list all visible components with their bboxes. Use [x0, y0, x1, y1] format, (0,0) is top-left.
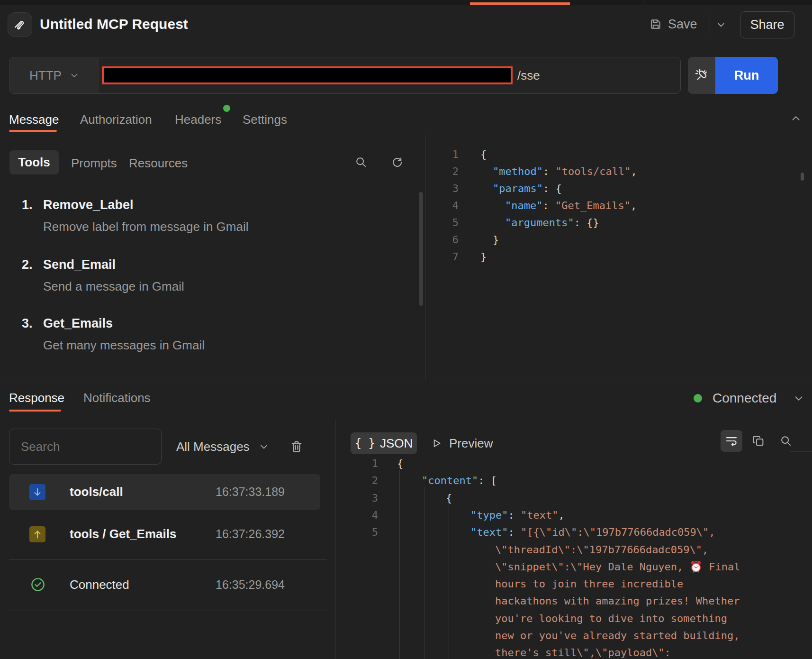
indent-guide: [424, 487, 424, 659]
save-label: Save: [668, 17, 697, 32]
tab-message-underline: [9, 130, 57, 132]
code-line: there's still\",\"payload\":: [0, 644, 812, 659]
active-tab-indicator: [470, 2, 570, 5]
tab-authorization[interactable]: Authorization: [80, 112, 152, 127]
disconnect-button[interactable]: [688, 57, 715, 94]
play-icon: [430, 437, 442, 449]
indent-guide: [399, 470, 400, 659]
code-line: 6}: [0, 231, 812, 248]
run-label: Run: [734, 68, 759, 83]
code-line: new or you've already started building,: [0, 627, 812, 644]
save-button[interactable]: Save: [649, 12, 697, 36]
section-divider: [0, 381, 812, 381]
code-line: 4"name": "Get_Emails",: [0, 197, 812, 214]
top-tab-strip: [0, 0, 812, 5]
method-selector[interactable]: HTTP: [10, 58, 99, 93]
code-line: 5"arguments": {}: [0, 214, 812, 231]
indent-guide: [449, 504, 449, 659]
braces-icon: { }: [355, 437, 375, 450]
word-wrap-icon: [724, 434, 739, 448]
preview-label: Preview: [449, 436, 493, 451]
tab-headers[interactable]: Headers: [175, 112, 221, 127]
chevron-down-icon: [793, 392, 805, 404]
app-window: Untitled MCP Request Save Share HTTP /ss…: [0, 0, 812, 659]
method-label: HTTP: [29, 68, 62, 83]
trash-icon: [289, 439, 304, 454]
viewer-scrollbar-track[interactable]: [790, 451, 790, 659]
chevron-down-icon: [715, 19, 727, 30]
clear-messages-button[interactable]: [287, 437, 306, 456]
json-view-button[interactable]: { } JSON: [351, 432, 417, 454]
chevron-down-icon: [258, 441, 270, 452]
tab-message[interactable]: Message: [9, 112, 59, 127]
code-line: \"snippet\":\"Hey Dale Nguyen, ⏰ Final: [0, 558, 812, 576]
collapse-section-button[interactable]: [787, 110, 804, 127]
preview-button[interactable]: Preview: [430, 432, 493, 454]
copy-button[interactable]: [748, 430, 769, 452]
code-line: 1{: [0, 455, 812, 472]
tab-settings[interactable]: Settings: [243, 112, 287, 127]
code-line: 1{: [0, 146, 812, 163]
search-icon: [779, 434, 793, 448]
code-line: hackathons with amazing prizes! Whether: [0, 593, 812, 610]
tab-strip-divider: [643, 0, 643, 5]
code-line: 3{: [0, 490, 812, 507]
mcp-logo-icon: [13, 18, 27, 32]
copy-icon: [751, 434, 766, 448]
chevron-up-icon: [790, 112, 802, 125]
code-line: you're looking to dive into something: [0, 610, 812, 627]
json-view-label: JSON: [380, 436, 413, 451]
tab-notifications[interactable]: Notifications: [83, 391, 151, 405]
save-divider: [710, 14, 710, 34]
viewer-scrollbar-track-top: [790, 451, 812, 452]
headers-status-dot: [223, 105, 230, 112]
filter-label: All Messages: [176, 439, 250, 454]
page-title[interactable]: Untitled MCP Request: [40, 12, 188, 36]
code-line: 4"type": "text",: [0, 507, 812, 524]
code-line: 2"content": [: [0, 472, 812, 489]
code-line: 5"text": "[{\"id\":\"197b77666dadc059\",: [0, 524, 812, 541]
indent-guide: [483, 161, 483, 246]
code-line: 3"params": {: [0, 180, 812, 197]
chevron-down-icon: [69, 70, 80, 81]
status-dot: [694, 394, 702, 403]
status-label: Connected: [713, 391, 776, 406]
plug-off-icon: [694, 67, 710, 83]
code-line: \"threadId\":\"197b77666dadc059\",: [0, 541, 812, 558]
share-button[interactable]: Share: [740, 11, 794, 38]
viewer-search-button[interactable]: [775, 430, 797, 452]
tab-response[interactable]: Response: [9, 391, 64, 405]
run-button[interactable]: Run: [715, 57, 778, 94]
code-line: 7}: [0, 248, 812, 265]
connection-status[interactable]: Connected: [694, 389, 805, 408]
request-editor-code: 1{2"method": "tools/call",3"params": {4"…: [0, 146, 812, 374]
url-suffix[interactable]: /sse: [517, 58, 540, 93]
editor-scrollbar-thumb[interactable]: [801, 173, 804, 181]
share-label: Share: [750, 18, 784, 32]
run-button-group: Run: [688, 57, 778, 94]
save-icon: [649, 18, 662, 31]
save-options-chevron[interactable]: [713, 17, 729, 32]
url-redaction-box[interactable]: [102, 66, 513, 84]
word-wrap-button[interactable]: [721, 430, 742, 452]
code-line: hours to join three incredible: [0, 576, 812, 593]
tab-response-underline: [9, 410, 61, 412]
response-viewer-code: 1{2"content": [3{4"type": "text",5"text"…: [0, 455, 812, 659]
code-line: 2"method": "tools/call",: [0, 163, 812, 180]
request-icon-box: [8, 12, 32, 37]
